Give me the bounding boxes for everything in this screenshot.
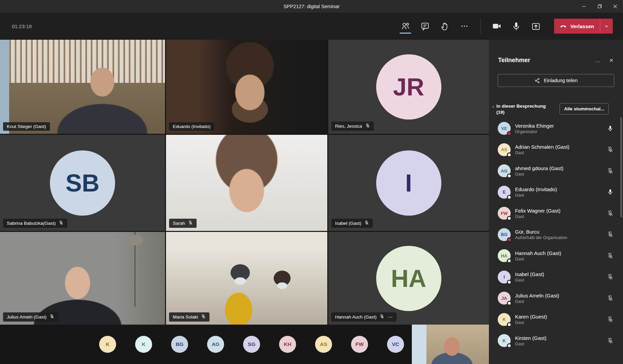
mic-muted-icon[interactable] [607, 231, 613, 238]
participant-initials: AG [501, 168, 508, 174]
video-tile-julius[interactable]: Julius Ameln (Gast) [0, 232, 165, 325]
overflow-avatar[interactable]: AS [315, 336, 332, 353]
video-tile-jessica[interactable]: JRRies, Jessica [328, 40, 489, 134]
video-tile-sabrina[interactable]: SBSabrina Babutzka(Gast) [0, 135, 165, 231]
video-tile-hannah[interactable]: HAHannah Auch (Gast)⋯ [328, 232, 489, 325]
hang-up-icon [560, 23, 567, 30]
presence-status-dot [507, 301, 512, 306]
self-view-video[interactable] [412, 325, 489, 364]
leave-button-main[interactable]: Verlassen [554, 19, 600, 34]
video-tile-eduardo[interactable]: Eduardo (Invitado) [166, 40, 327, 134]
camera-toggle-button[interactable] [490, 19, 504, 34]
window-controls [576, 0, 623, 13]
participant-row[interactable]: KKirsten (Gast)Gast [489, 330, 623, 351]
participant-avatar: AS [498, 143, 511, 156]
participant-name: ahmed gdoura (Gast) [515, 165, 564, 171]
participant-initials: BG [501, 232, 508, 237]
participant-row[interactable]: JAJulius Ameln (Gast)Gast [489, 288, 623, 309]
panel-scrollbar[interactable] [620, 117, 622, 217]
video-stage: Knut Stieger (Gast)Eduardo (Invitado)JRR… [0, 40, 489, 364]
mic-muted-icon[interactable] [607, 253, 613, 259]
meeting-section-header: ▾ In dieser Besprechung (19) Alle stumms… [492, 103, 609, 115]
video-tile-isabel[interactable]: IIsabel (Gast) [328, 135, 489, 231]
mic-muted-icon[interactable] [607, 168, 613, 174]
participant-row[interactable]: EEduardo (Invitado)Gast [489, 182, 623, 203]
more-options-button[interactable] [457, 19, 472, 34]
name-label: Sabrina Babutzka(Gast) [7, 221, 56, 226]
leave-options-dropdown[interactable] [600, 19, 613, 34]
avatar-initials: SB [50, 150, 115, 216]
minimize-button[interactable] [576, 0, 592, 13]
share-invitation-icon [534, 78, 540, 84]
tile-more-options-icon[interactable]: ⋯ [387, 315, 393, 319]
minimize-icon [582, 4, 586, 8]
participant-row[interactable]: BGGür, BurcuAußerhalb der Organisation [489, 224, 623, 245]
overflow-avatar[interactable]: K [99, 336, 116, 353]
collapse-caret-icon[interactable]: ▾ [492, 105, 494, 109]
mic-muted-icon[interactable] [607, 338, 613, 344]
restore-button[interactable] [592, 0, 607, 13]
mic-muted-icon[interactable] [607, 274, 613, 280]
chat-button[interactable] [418, 19, 432, 34]
participant-initials: HA [501, 253, 508, 258]
chevron-down-icon [605, 25, 608, 28]
panel-close-icon[interactable]: ✕ [609, 57, 613, 63]
participant-text: Veronika EhingerOrganisator [515, 123, 554, 134]
participant-text: Gür, BurcuAußerhalb der Organisation [515, 229, 567, 240]
overflow-avatar[interactable]: VC [387, 336, 404, 353]
show-participants-button[interactable] [398, 19, 413, 34]
participant-name: Eduardo (Invitado) [515, 186, 557, 192]
mic-on-icon[interactable] [607, 125, 613, 132]
participant-name-tag: Isabel (Gast) [331, 219, 373, 228]
participant-row[interactable]: FWFelix Wagner (Gast)Gast [489, 203, 623, 224]
participant-text: Karen (Guest)Gast [515, 314, 547, 325]
participant-initials: K [502, 317, 506, 322]
overflow-avatar[interactable]: AG [207, 336, 224, 353]
presence-status-dot [507, 258, 512, 263]
participant-role: Gast [515, 342, 547, 346]
participant-avatar: BG [498, 228, 511, 241]
participant-name-tag: Knut Stieger (Gast) [3, 122, 50, 131]
share-invitation-button[interactable]: Einladung teilen [498, 74, 614, 87]
overflow-participant-avatars: KKBGAGSGKHASFWVC [99, 336, 404, 353]
overflow-avatar[interactable]: KH [279, 336, 296, 353]
leave-button[interactable]: Verlassen [554, 19, 613, 34]
mic-muted-icon[interactable] [607, 295, 613, 302]
overflow-avatar[interactable]: BG [171, 336, 188, 353]
video-tile-knut[interactable]: Knut Stieger (Gast) [0, 40, 165, 134]
mic-on-icon[interactable] [607, 189, 613, 195]
participant-row[interactable]: ASAdrian Schmalen (Gast)Gast [489, 139, 623, 161]
participant-row[interactable]: KKaren (Guest)Gast [489, 309, 623, 330]
section-label: In dieser Besprechung (19) [496, 103, 550, 115]
overflow-avatar[interactable]: SG [243, 336, 260, 353]
panel-header: Teilnehmer … ✕ [489, 57, 623, 64]
participant-name: Hannah Auch (Gast) [515, 250, 561, 256]
participant-row[interactable]: IIsabel (Gast)Gast [489, 267, 623, 288]
mic-toggle-button[interactable] [509, 19, 524, 34]
share-screen-button[interactable] [529, 19, 543, 34]
video-tile-maria[interactable]: Maria Solaki [166, 232, 327, 325]
close-button[interactable] [607, 0, 623, 13]
video-tile-sarah[interactable]: Sarah [166, 135, 327, 231]
participant-role: Gast [515, 257, 561, 261]
participant-avatar: K [498, 334, 511, 347]
participant-initials: E [503, 189, 506, 195]
close-icon [613, 4, 617, 8]
mic-muted-icon[interactable] [607, 316, 613, 323]
participant-text: ahmed gdoura (Gast)Gast [515, 165, 564, 177]
mic-muted-icon [201, 314, 206, 320]
overflow-avatar[interactable]: K [135, 336, 152, 353]
mic-muted-icon[interactable] [607, 210, 613, 217]
mic-muted-icon[interactable] [607, 146, 613, 153]
participant-row[interactable]: HAHannah Auch (Gast)Gast [489, 245, 623, 267]
mute-all-button[interactable]: Alle stummschal... [560, 103, 609, 114]
mic-muted-icon [188, 220, 193, 226]
panel-more-icon[interactable]: … [595, 59, 601, 62]
participant-text: Eduardo (Invitado)Gast [515, 186, 557, 198]
participant-row[interactable]: VEVeronika EhingerOrganisator [489, 118, 623, 139]
raise-hand-button[interactable] [438, 19, 452, 34]
name-label: Julius Ameln (Gast) [7, 314, 47, 320]
participant-row[interactable]: AGahmed gdoura (Gast)Gast [489, 160, 623, 182]
overflow-avatar[interactable]: FW [351, 336, 368, 353]
participant-name-tag: Sarah [169, 219, 197, 228]
